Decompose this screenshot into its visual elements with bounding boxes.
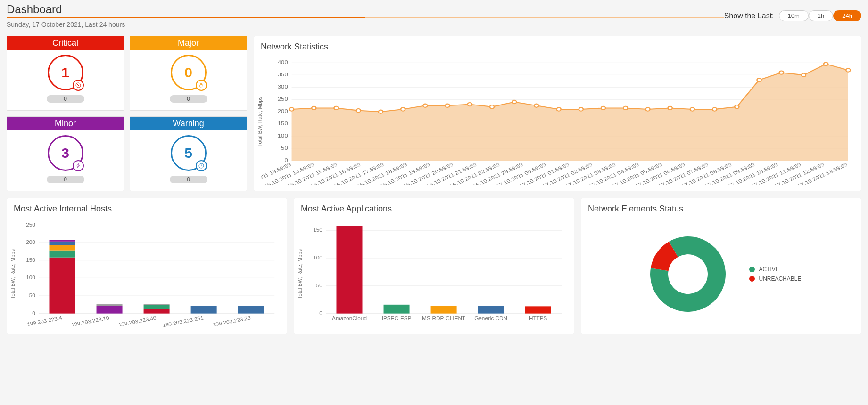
network-elements-title: Network Elements Status [588,204,854,214]
svg-rect-87 [49,245,75,250]
svg-text:150: 150 [26,257,35,262]
network-statistics-panel: Network Statistics Total BW, Rate, Mbps … [254,36,861,191]
page-title: Dashboard [7,3,62,16]
status-card-header: Major [130,36,247,50]
svg-point-35 [579,107,583,111]
svg-text:0: 0 [319,310,322,316]
svg-rect-111 [384,305,410,314]
network-elements-panel: Network Elements Status ACTIVEUNREACHABL… [581,198,861,334]
svg-rect-94 [144,304,170,305]
svg-point-24 [334,106,338,110]
svg-rect-93 [144,305,170,309]
svg-point-31 [490,105,494,108]
svg-text:HTTPS: HTTPS [529,316,547,321]
svg-point-40 [690,107,694,111]
alert-icon [196,160,207,171]
svg-point-47 [846,68,850,72]
status-cards-grid: Critical10Major00Minor30Warning50 [7,36,247,191]
network-statistics-title: Network Statistics [261,42,854,52]
svg-rect-86 [49,251,75,258]
time-range-24h[interactable]: 24h [833,10,861,21]
active-apps-panel: Most Active Applications Total BW, Rate,… [294,198,574,334]
status-card-value: 5 [184,145,192,161]
svg-point-30 [468,103,472,106]
svg-point-33 [534,104,538,107]
status-card-header: Critical [7,36,124,50]
svg-text:150: 150 [278,121,288,127]
svg-point-29 [445,104,449,107]
hand-icon [196,80,207,91]
time-range-label: Show the Last: [724,12,774,20]
svg-text:Generic CDN: Generic CDN [474,316,507,321]
donut-legend: ACTIVEUNREACHABLE [749,263,801,285]
legend-label: UNREACHABLE [759,275,801,282]
svg-point-44 [779,71,784,74]
svg-text:50: 50 [281,146,288,151]
svg-point-43 [757,78,761,81]
svg-text:50: 50 [29,293,35,298]
svg-text:50: 50 [316,283,322,288]
svg-point-34 [557,107,561,111]
svg-text:200: 200 [278,109,288,114]
svg-text:350: 350 [278,72,288,78]
status-card-value: 0 [184,65,192,81]
legend-label: ACTIVE [759,266,779,273]
status-card-circle: 5 [171,135,207,171]
active-apps-title: Most Active Applications [301,204,567,214]
status-card-secondary: 0 [170,176,207,183]
header-accent-rule [7,17,724,18]
status-card-minor[interactable]: Minor30 [7,116,124,191]
status-card-critical[interactable]: Critical10 [7,36,124,111]
legend-item-unreachable: UNREACHABLE [749,275,801,282]
svg-text:300: 300 [278,84,288,90]
active-apps-chart[interactable]: Total BW, Rate, Mbps 050100150AmazonClou… [301,220,567,328]
svg-point-46 [824,62,828,65]
panel-divider [588,218,854,218]
svg-text:200: 200 [26,240,35,245]
svg-rect-90 [97,306,123,314]
time-range-10m[interactable]: 10m [779,10,809,21]
svg-point-3 [201,167,201,167]
panel-divider [301,218,567,218]
svg-rect-113 [478,306,504,313]
svg-text:100: 100 [313,255,322,260]
status-card-header: Warning [130,117,247,130]
time-range-1h[interactable]: 1h [809,10,833,21]
status-card-major[interactable]: Major00 [130,36,247,111]
legend-swatch [749,276,755,282]
status-card-secondary: 0 [47,176,84,183]
svg-point-45 [802,73,806,77]
svg-point-22 [289,107,294,111]
svg-rect-92 [144,309,170,314]
svg-text:199.203.223.28: 199.203.223.28 [212,315,251,327]
svg-point-38 [645,107,650,111]
y-axis-label: Total BW, Rate, Mbps [10,249,16,299]
time-range-selector: Show the Last: 10m1h24h [724,3,861,21]
svg-rect-96 [238,306,264,314]
legend-swatch [749,267,755,272]
bolt-icon [73,160,84,171]
svg-text:0: 0 [32,310,35,316]
svg-text:100: 100 [26,275,35,280]
svg-point-37 [623,106,628,110]
svg-point-28 [423,104,427,107]
active-hosts-title: Most Active Internal Hosts [14,204,280,214]
svg-rect-112 [431,306,457,313]
network-elements-chart[interactable]: ACTIVEUNREACHABLE [588,220,854,328]
network-statistics-chart[interactable]: Total BW, Rate, Mbps 0501001502002503003… [261,58,854,185]
status-card-circle: 0 [171,55,207,90]
active-hosts-chart[interactable]: Total BW, Rate, Mbps 050100150200250199.… [14,220,280,328]
svg-rect-114 [525,306,551,313]
svg-text:199.203.223.10: 199.203.223.10 [71,315,110,327]
svg-text:IPSEC-ESP: IPSEC-ESP [382,316,412,321]
svg-point-25 [356,109,361,112]
svg-point-41 [712,107,717,111]
svg-point-32 [512,100,516,104]
status-card-secondary: 0 [47,95,84,103]
x-icon [73,80,84,91]
svg-text:199.203.223.40: 199.203.223.40 [118,315,157,327]
status-card-warning[interactable]: Warning50 [130,116,247,191]
svg-text:199.203.223.251: 199.203.223.251 [162,315,204,328]
svg-rect-89 [49,240,75,242]
svg-text:MS-RDP-CLIENT: MS-RDP-CLIENT [422,316,465,321]
